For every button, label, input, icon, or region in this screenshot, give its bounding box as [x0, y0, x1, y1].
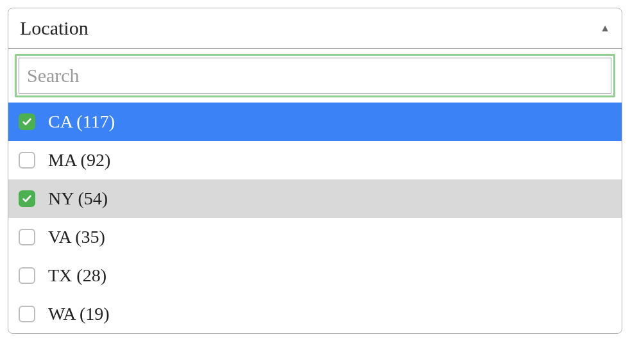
checkbox[interactable] [19, 113, 35, 130]
dropdown-label: Location [20, 17, 89, 39]
option-label: VA (35) [48, 228, 105, 246]
option-item[interactable]: NY (54) [8, 179, 622, 218]
dropdown-header[interactable]: Location ▲ [8, 8, 622, 49]
option-item[interactable]: CA (117) [8, 103, 622, 141]
option-item[interactable]: WA (19) [8, 295, 622, 333]
option-label: WA (19) [48, 305, 110, 323]
checkbox[interactable] [19, 229, 35, 245]
checkbox[interactable] [19, 190, 35, 207]
option-label: MA (92) [48, 151, 110, 169]
option-item[interactable]: VA (35) [8, 218, 622, 256]
option-item[interactable]: TX (28) [8, 256, 622, 295]
checkbox[interactable] [19, 152, 35, 169]
location-dropdown: Location ▲ CA (117)MA (92)NY (54)VA (35)… [8, 8, 622, 334]
search-focus-ring [15, 54, 615, 97]
option-item[interactable]: MA (92) [8, 141, 622, 179]
search-container [8, 49, 622, 103]
option-label: TX (28) [48, 267, 106, 285]
caret-up-icon: ▲ [600, 22, 610, 34]
option-label: CA (117) [48, 113, 115, 131]
checkbox[interactable] [19, 267, 35, 284]
search-input[interactable] [19, 58, 611, 94]
options-list: CA (117)MA (92)NY (54)VA (35)TX (28)WA (… [8, 103, 622, 333]
checkbox[interactable] [19, 306, 35, 322]
option-label: NY (54) [48, 190, 108, 208]
